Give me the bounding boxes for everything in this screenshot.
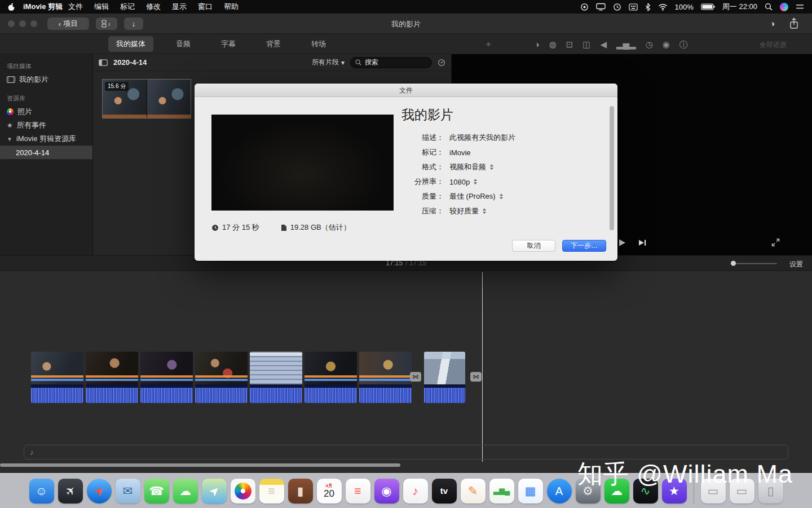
sidebar-item-photos[interactable]: 照片 (0, 105, 92, 119)
preview-info-icon[interactable]: ⓘ (679, 40, 688, 49)
menu-item[interactable]: 编辑 (94, 2, 109, 12)
dock-launchpad[interactable]: ✈ (58, 477, 83, 505)
stepper-control[interactable] (474, 179, 477, 185)
keyboard-icon[interactable] (629, 3, 638, 11)
disclosure-triangle-icon[interactable]: ▼ (7, 136, 12, 142)
menu-item[interactable]: 帮助 (224, 2, 239, 12)
dock-mail[interactable]: ✉ (115, 477, 141, 505)
sidebar-toggle-icon[interactable] (99, 59, 108, 66)
dock-podcasts[interactable]: ◉ (374, 477, 400, 505)
dock-numbers[interactable]: ▃▆▄ (489, 477, 515, 505)
preview-effects-icon[interactable]: ◉ (663, 40, 670, 49)
fullscreen-icon[interactable] (771, 238, 780, 247)
sidebar-item-all-events[interactable]: ★ 所有事件 (0, 119, 92, 132)
dock-keynote[interactable]: ▦ (518, 477, 544, 505)
bluetooth-icon[interactable] (645, 3, 651, 11)
dock-safari[interactable]: ➤ (86, 477, 112, 505)
field-value[interactable]: 此视频有关我的影片 (449, 133, 515, 143)
preview-crop-icon[interactable]: ⊡ (566, 40, 573, 49)
menu-item[interactable]: 标记 (120, 2, 135, 12)
menu-item[interactable]: 修改 (146, 2, 161, 12)
spotlight-icon[interactable] (765, 3, 773, 11)
display-icon[interactable] (596, 3, 606, 11)
preview-stabilization-icon[interactable]: ◫ (582, 40, 590, 49)
menu-item[interactable]: 显示 (172, 2, 187, 12)
dock-tv[interactable]: tv (431, 477, 457, 505)
stepper-control[interactable] (500, 194, 503, 199)
dock-calendar[interactable]: 4月20 (316, 477, 342, 505)
export-movie-title-field[interactable]: 我的影片 (401, 106, 453, 124)
timeline-clip[interactable] (195, 352, 248, 403)
battery-icon[interactable] (701, 3, 715, 10)
dock-messages[interactable]: ☁ (173, 477, 198, 505)
field-value[interactable]: 较好质量 (449, 206, 479, 216)
clip-filter-dropdown[interactable]: 所有片段 ▾ (312, 58, 345, 67)
dock-music[interactable]: ♪ (403, 477, 429, 505)
transition-icon[interactable]: ⋈ (470, 372, 482, 382)
timeline-clip[interactable] (86, 352, 138, 403)
play-button[interactable] (617, 238, 626, 247)
timeline-clip[interactable] (140, 352, 193, 403)
dock-pages[interactable]: ✎ (460, 477, 486, 505)
field-value[interactable]: 视频和音频 (449, 162, 486, 172)
preview-color-correction-icon[interactable]: ◍ (549, 40, 557, 49)
cancel-button[interactable]: 取消 (512, 240, 555, 252)
preview-color-balance-icon[interactable]: ◑ (535, 40, 540, 49)
dock-facetime[interactable]: ☎ (144, 477, 170, 505)
dock-appstore[interactable]: A (546, 477, 572, 505)
timeline-settings-button[interactable]: 设置 (789, 260, 803, 269)
share-button[interactable] (788, 17, 800, 30)
timeline-zoom-slider[interactable] (732, 263, 777, 264)
tab-2[interactable]: 音频 (168, 36, 198, 52)
menu-app-name[interactable]: iMovie 剪辑 (23, 2, 63, 12)
tab-3[interactable]: 字幕 (213, 36, 244, 52)
tab-1[interactable]: 我的媒体 (108, 36, 153, 52)
stepper-control[interactable] (490, 164, 493, 170)
stepper-control[interactable] (483, 208, 486, 214)
skip-forward-button[interactable] (638, 239, 647, 247)
dock-notes[interactable]: ≡ (259, 477, 285, 505)
dock-books[interactable]: ▮ (288, 477, 314, 505)
timeline-horizontal-scrollbar[interactable] (0, 463, 400, 467)
menu-item[interactable]: 文件 (68, 2, 83, 12)
field-value[interactable]: iMovie (449, 148, 471, 157)
preview-volume-icon[interactable]: ◀ (601, 40, 607, 49)
apple-menu-icon[interactable] (8, 3, 15, 11)
dialog-scrollbar[interactable] (610, 106, 614, 230)
restore-all-label[interactable]: 全部还原 (760, 40, 787, 50)
siri-icon[interactable] (780, 3, 788, 11)
preview-speed-icon[interactable]: ◷ (646, 40, 653, 49)
dock-reminders[interactable]: ≡ (345, 477, 371, 505)
dock-photos[interactable] (230, 477, 256, 505)
sidebar-item-imovie-library[interactable]: ▼ iMovie 剪辑资源库 (0, 132, 92, 146)
sidebar-item-event-2020-4-14[interactable]: 2020-4-14 (0, 146, 92, 159)
filter-settings-icon[interactable] (438, 59, 445, 67)
sidebar-item-my-movie[interactable]: 我的影片 (0, 73, 92, 86)
dock-maps[interactable]: ➤ (201, 477, 227, 505)
timeline-clip[interactable] (31, 352, 83, 403)
time-machine-icon[interactable] (613, 3, 621, 11)
wifi-icon[interactable] (658, 3, 668, 11)
event-clip-thumbnail[interactable]: 15.6 分 (102, 79, 191, 119)
timeline-clip[interactable] (359, 352, 412, 403)
zoom-slider-knob[interactable] (731, 261, 736, 266)
appearance-toggle-icon[interactable]: ◑ (770, 19, 775, 28)
timeline-clip[interactable] (304, 352, 357, 403)
dock-finder[interactable]: ☺ (29, 477, 55, 505)
timeline-clip[interactable] (250, 352, 302, 403)
next-button[interactable]: 下一步… (562, 240, 606, 252)
menu-item[interactable]: 窗口 (198, 2, 213, 12)
screen-recording-icon[interactable] (580, 3, 589, 11)
field-value[interactable]: 最佳 (ProRes) (449, 191, 496, 202)
menu-clock[interactable]: 周一 22:00 (722, 2, 757, 12)
tab-4[interactable]: 背景 (258, 36, 289, 52)
search-input[interactable]: 搜索 (350, 57, 432, 68)
transition-icon[interactable]: ⋈ (410, 372, 421, 382)
field-value[interactable]: 1080p (449, 178, 470, 186)
preview-enhance-icon[interactable]: ✦ (485, 40, 492, 49)
preview-noise-reduction-icon[interactable]: ▂▅▂ (616, 40, 636, 49)
tab-5[interactable]: 转场 (303, 36, 334, 52)
notification-center-icon[interactable] (796, 3, 804, 10)
timeline-clip[interactable] (424, 352, 465, 403)
playhead[interactable] (482, 272, 483, 462)
